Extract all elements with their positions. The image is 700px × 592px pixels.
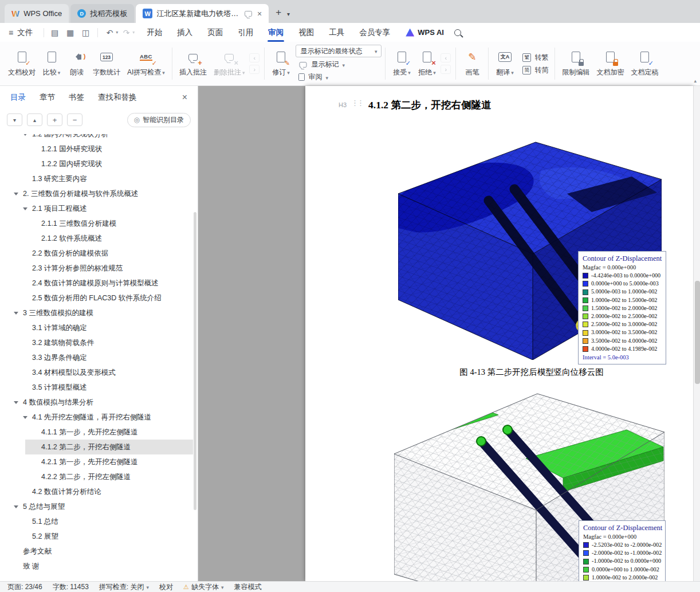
redo-icon[interactable] (119, 26, 133, 40)
reject-change-button[interactable]: 拒绝 (414, 45, 439, 83)
toc-item[interactable]: 1.2.2 国内研究现状 (0, 156, 193, 171)
status-compat-mode[interactable]: 兼容模式 (229, 582, 266, 592)
status-missing-font[interactable]: 缺失字体 (178, 582, 229, 592)
toc-item[interactable]: 1.2 国内外研究现状分析 (0, 134, 193, 142)
track-changes-button[interactable]: 修订 (268, 45, 293, 83)
chevron-down-icon[interactable] (7, 113, 22, 126)
toc-item[interactable]: 2.4 数值计算的建模原则与计算模型概述 (0, 276, 193, 291)
tab-list-chevron-icon[interactable] (287, 11, 290, 17)
expand-triangle-icon[interactable] (14, 401, 18, 404)
close-sidebar-icon[interactable] (182, 92, 187, 103)
toc-item[interactable]: 5.2 展望 (0, 529, 193, 544)
toc-item[interactable]: 5.1 总结 (0, 514, 193, 529)
expand-triangle-icon[interactable] (14, 193, 18, 195)
expand-all-icon[interactable] (47, 113, 62, 126)
menu-item-开始[interactable]: 开始 (139, 23, 170, 42)
chevron-up-icon[interactable] (27, 113, 42, 126)
toc-item[interactable]: 3.2 建筑物荷载条件 (0, 335, 193, 350)
read-aloud-button[interactable]: 朗读 (64, 45, 89, 83)
expand-triangle-icon[interactable] (14, 505, 18, 508)
toc-item[interactable]: 2. 三维数值分析建模与软件系统概述 (0, 186, 193, 201)
tab-active-document[interactable]: 江北区某新建电力铁塔对隧道 (136, 4, 269, 23)
toc-item[interactable]: 3.3 边界条件确定 (0, 350, 193, 365)
compare-button[interactable]: 比较 (39, 45, 64, 83)
markup-state-select[interactable]: 显示标记的最终状态 (296, 45, 382, 57)
print-preview-icon[interactable] (78, 26, 93, 40)
toc-item[interactable]: 2.5 数值分析用的 FLAC3D 软件系统介绍 (0, 291, 193, 305)
menu-item-插入[interactable]: 插入 (170, 23, 200, 42)
tab-wps-office[interactable]: W WPS Office (5, 4, 69, 23)
undo-icon[interactable] (103, 26, 117, 40)
ai-spellcheck-button[interactable]: ABC AI拼写检查 (124, 45, 168, 83)
menu-item-会员专享[interactable]: 会员专享 (352, 23, 398, 42)
tab-docer-template[interactable]: 找稻壳模板 (70, 4, 134, 23)
expand-triangle-icon[interactable] (23, 134, 27, 136)
collapse-ribbon-icon[interactable] (694, 78, 697, 84)
toc-item[interactable]: 4.2.2 第二步，开挖左侧隧道 (0, 469, 193, 484)
toc-item[interactable]: 4.1.1 第一步，先开挖左侧隧道 (0, 425, 193, 440)
print-icon[interactable] (63, 26, 77, 40)
toc-item[interactable]: 2.2 数值分析的建模依据 (0, 246, 193, 261)
delete-comment-button[interactable]: 删除批注 (210, 45, 249, 83)
toc-item[interactable]: 4.1 先开挖左侧隧道，再开挖右侧隧道 (0, 410, 193, 425)
sidebar-tab-find-replace[interactable]: 查找和替换 (98, 92, 137, 103)
next-comment-button[interactable] (249, 65, 259, 74)
toc-item[interactable]: 1.3 研究主要内容 (0, 171, 193, 186)
expand-triangle-icon[interactable] (23, 207, 27, 210)
wps-ai-button[interactable]: WPS AI (406, 28, 444, 37)
toc-item[interactable]: 参考文献 (0, 544, 193, 559)
status-page[interactable]: 页面: 23/46 (2, 582, 48, 592)
toc-item[interactable]: 4 数值模拟与结果分析 (0, 395, 193, 410)
undo-chevron-icon[interactable] (116, 30, 118, 35)
toc-item[interactable]: 4.2.1 第一步，先开挖右侧隧道 (0, 454, 193, 469)
new-tab-button[interactable] (276, 7, 281, 18)
status-spellcheck[interactable]: 拼写检查: 关闭 (94, 582, 154, 592)
redo-chevron-icon[interactable] (132, 30, 135, 35)
toc-item[interactable]: 2.1.2 软件系统概述 (0, 231, 193, 246)
next-change-button[interactable] (441, 65, 451, 74)
sidebar-tab-bookmarks[interactable]: 书签 (69, 92, 84, 103)
previous-change-button[interactable] (441, 53, 451, 62)
accept-change-button[interactable]: 接受 (389, 45, 414, 83)
toc-item[interactable]: 3.1 计算域的确定 (0, 320, 193, 335)
toc-item[interactable]: 致 谢 (0, 559, 193, 574)
translate-button[interactable]: 文A 翻译 (492, 45, 517, 83)
menu-item-引用[interactable]: 引用 (230, 23, 261, 42)
close-tab-icon[interactable] (257, 9, 262, 18)
sidebar-tab-chapters[interactable]: 章节 (40, 92, 55, 103)
menu-item-视图[interactable]: 视图 (291, 23, 321, 42)
expand-triangle-icon[interactable] (14, 312, 18, 315)
word-count-button[interactable]: 123 字数统计 (89, 45, 124, 83)
insert-comment-button[interactable]: 插入批注 (176, 45, 210, 83)
drag-handle-icon[interactable] (351, 99, 363, 107)
toc-item[interactable]: 1.2.1 国外研究现状 (0, 142, 193, 156)
collapse-all-icon[interactable] (67, 113, 82, 126)
smart-toc-button[interactable]: 智能识别目录 (127, 113, 191, 127)
review-pane-button[interactable]: 审阅 (296, 72, 382, 83)
ink-pen-button[interactable]: 画笔 (459, 45, 485, 83)
sidebar-tab-toc[interactable]: 目录 (10, 92, 26, 103)
save-icon[interactable] (48, 26, 62, 40)
document-scrollbar-thumb[interactable] (695, 281, 700, 384)
document-scrollbar[interactable] (693, 86, 700, 581)
toc-item[interactable]: 3.4 材料模型以及变形模式 (0, 365, 193, 380)
proofread-button[interactable]: 文档校对 (5, 45, 39, 83)
previous-comment-button[interactable] (249, 53, 259, 62)
toc-item[interactable]: 2.1.1 三维数值分析建模 (0, 216, 193, 231)
show-markup-button[interactable]: 显示标记 (296, 59, 382, 70)
toc-item[interactable]: 4.2 数值计算分析结论 (0, 484, 193, 499)
document-page[interactable]: H3 4.1.2 第二步，开挖右侧隧道 (305, 86, 693, 581)
status-words[interactable]: 字数: 11453 (48, 582, 94, 592)
toc-item[interactable]: 3 三维数值模拟的建模 (0, 305, 193, 320)
finalize-document-button[interactable]: 文档定稿 (627, 45, 662, 83)
menu-item-审阅[interactable]: 审阅 (261, 23, 291, 42)
encrypt-document-button[interactable]: 文档加密 (593, 45, 627, 83)
search-button[interactable] (454, 29, 461, 36)
expand-triangle-icon[interactable] (23, 416, 27, 419)
menu-item-工具[interactable]: 工具 (321, 23, 352, 42)
toc-item[interactable]: 2.1 项目工程概述 (0, 201, 193, 216)
status-proofread[interactable]: 校对 (154, 582, 178, 592)
toc-item[interactable]: 4.1.2 第二步，开挖右侧隧道 (0, 440, 193, 454)
to-traditional-button[interactable]: 繁 转繁 (520, 52, 551, 63)
sidebar-scrollbar-thumb[interactable] (194, 212, 196, 510)
